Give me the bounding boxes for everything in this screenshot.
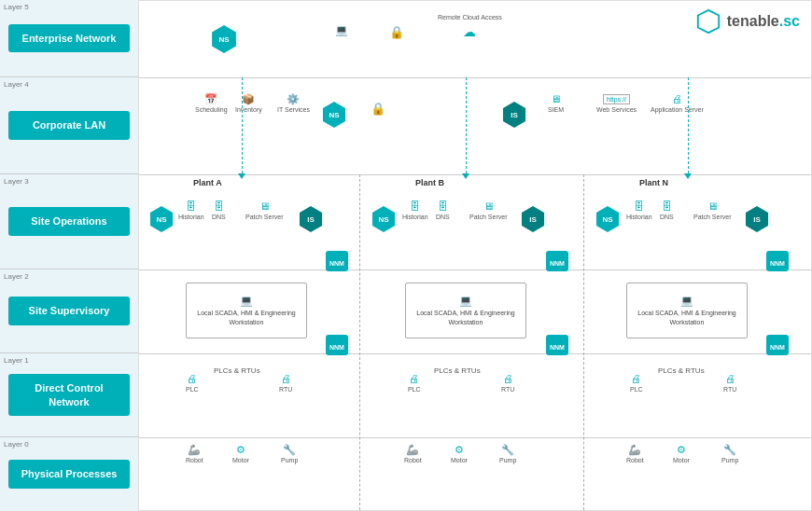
divider-layer32 (139, 269, 811, 270)
dns-a-icon: 🗄 (214, 201, 224, 212)
pump-b-icon: 🔧 (501, 445, 514, 455)
historian-n: 🗄 Historian (626, 201, 652, 220)
patch-server-n-label: Patch Server (693, 214, 731, 220)
dns-n: 🗄 DNS (660, 201, 674, 220)
app-server-icon: 🖨 (672, 94, 682, 104)
divider-layer21 (139, 353, 811, 354)
corporate-is-badge: IS (501, 102, 527, 128)
dns-b-label: DNS (436, 214, 450, 220)
plc-a: 🖨 PLC (186, 374, 199, 393)
app-server-device: 🖨 Application Server (651, 94, 704, 113)
connector-n-v1 (688, 77, 689, 178)
plantb-ns-badge: NS (371, 206, 397, 232)
motor-a: ⚙ Motor (232, 445, 249, 463)
corporate-ns-label: NS (329, 111, 339, 119)
scada-a-label: Local SCADA, HMI & Engineering Workstati… (190, 309, 302, 325)
svg-marker-0 (698, 10, 719, 33)
dns-a-label: DNS (212, 214, 226, 220)
nnm-b-layer2-label: NNM (550, 344, 565, 351)
enterprise-firewall: 🔒 (389, 25, 404, 39)
patch-server-a-label: Patch Server (245, 214, 283, 220)
layer3-block: Layer 3 Site Operations (0, 173, 138, 269)
siem-icon: 🖥 (551, 94, 561, 104)
scheduling-icon: 📅 (204, 94, 217, 104)
planta-is-badge: IS (298, 206, 324, 232)
it-services-label: IT Services (277, 106, 310, 113)
dns-b-icon: 🗄 (438, 201, 448, 212)
plc-n: 🖨 PLC (630, 374, 643, 393)
motor-n: ⚙ Motor (673, 445, 690, 463)
rtu-a-icon: 🖨 (281, 374, 291, 384)
web-services-device: https:// Web Services (596, 94, 637, 113)
scada-n-icon: 💻 (680, 295, 693, 307)
planta-ns: NS (156, 215, 166, 224)
main-container: Layer 5 Enterprise Network Layer 4 Corpo… (0, 0, 812, 511)
patch-server-n-icon: 🖥 (707, 201, 718, 212)
laptop-icon: 💻 (335, 25, 348, 35)
motor-n-label: Motor (673, 457, 690, 463)
historian-b: 🗄 Historian (402, 201, 428, 220)
layer0-title: Physical Processes (8, 460, 130, 488)
dns-b: 🗄 DNS (436, 201, 450, 220)
patch-server-a: 🖥 Patch Server (245, 201, 283, 220)
historian-n-label: Historian (626, 214, 652, 220)
plc-rtu-n-label: PLCs & RTUs (658, 366, 705, 375)
layer2-number: Layer 2 (4, 272, 29, 281)
v-divider-ab (359, 174, 360, 510)
plc-b-label: PLC (408, 386, 421, 393)
layer1-block: Layer 1 Direct Control Network (0, 352, 138, 436)
nnm-a-layer3: NNM (326, 251, 348, 271)
dns-a: 🗄 DNS (212, 201, 226, 220)
motor-n-icon: ⚙ (677, 445, 686, 455)
historian-b-label: Historian (402, 214, 428, 220)
nnm-n-layer3: NNM (766, 251, 789, 271)
web-services-label: Web Services (596, 106, 637, 113)
nnm-n-layer3-label: NNM (770, 260, 785, 267)
pump-n-icon: 🔧 (723, 445, 736, 455)
robot-n-icon: 🦾 (628, 445, 641, 455)
scada-n: 💻 Local SCADA, HMI & Engineering Worksta… (626, 283, 748, 338)
rtu-n-icon: 🖨 (725, 374, 735, 384)
layer0-block: Layer 0 Physical Processes (0, 436, 138, 511)
plc-rtu-a-label: PLCs & RTUs (214, 366, 260, 375)
nnm-n-layer2-label: NNM (770, 344, 785, 351)
inventory-label: Inventory (235, 106, 262, 113)
planta-is: IS (307, 215, 315, 224)
divider-layer10 (139, 437, 811, 438)
pump-n-label: Pump (721, 457, 738, 463)
plc-n-label: PLC (630, 386, 643, 393)
historian-a-label: Historian (178, 214, 204, 220)
patch-server-n: 🖥 Patch Server (693, 201, 731, 220)
historian-b-icon: 🗄 (410, 201, 420, 212)
motor-b-icon: ⚙ (455, 445, 464, 455)
plant-b-label: Plant B (415, 178, 444, 187)
planta-ns-badge: NS (148, 206, 175, 232)
rtu-a-label: RTU (279, 386, 292, 393)
plantb-is: IS (529, 215, 537, 224)
nnm-a-layer2-label: NNM (329, 344, 344, 351)
pump-a-icon: 🔧 (283, 445, 296, 455)
corporate-firewall-icon: 🔒 (371, 102, 385, 116)
rtu-n-label: RTU (723, 386, 736, 393)
scada-n-label: Local SCADA, HMI & Engineering Workstati… (631, 309, 743, 325)
plantb-ns: NS (378, 215, 388, 224)
robot-b: 🦾 Robot (404, 445, 422, 463)
nnm-a-layer3-label: NNM (329, 260, 344, 267)
pump-a-label: Pump (281, 457, 298, 463)
enterprise-ns-label: NS (218, 35, 229, 44)
plantn-ns-badge: NS (595, 206, 621, 232)
historian-a: 🗄 Historian (178, 201, 204, 220)
corporate-firewall: 🔒 (371, 102, 385, 116)
arrow-a-down (238, 173, 245, 179)
patch-server-b-label: Patch Server (469, 214, 507, 220)
divider-layer54 (139, 77, 811, 78)
layer1-title: Direct Control Network (8, 374, 130, 416)
pump-a: 🔧 Pump (281, 445, 298, 463)
historian-a-icon: 🗄 (186, 201, 196, 212)
nnm-b-layer2: NNM (546, 335, 568, 355)
plc-a-label: PLC (186, 386, 199, 393)
layers-panel: Layer 5 Enterprise Network Layer 4 Corpo… (0, 0, 138, 511)
motor-b-label: Motor (451, 457, 468, 463)
corporate-is-label: IS (511, 111, 518, 119)
robot-a-icon: 🦾 (188, 445, 201, 455)
